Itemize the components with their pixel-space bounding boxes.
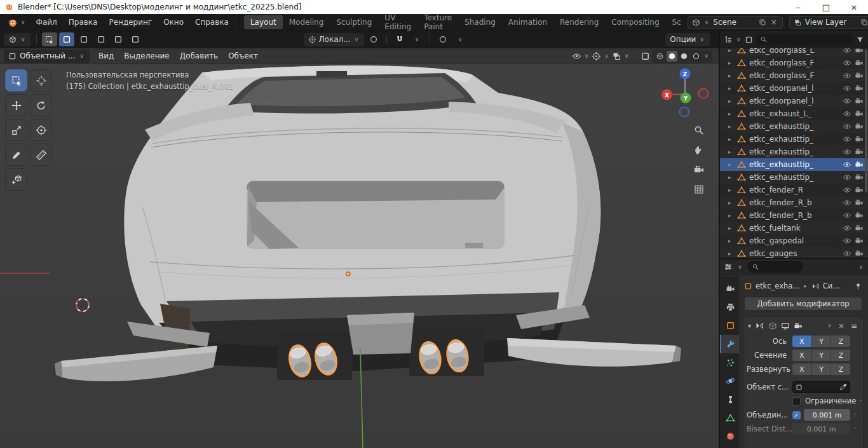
outliner-search-input[interactable] xyxy=(756,34,853,45)
outliner-item[interactable]: ▸ etkc_doorglass_L xyxy=(720,48,868,57)
axis-x-button[interactable]: X xyxy=(792,336,811,347)
cursor-tool[interactable] xyxy=(30,69,52,92)
outliner-item[interactable]: ▸ etkc_fender_R xyxy=(720,184,868,196)
viewport-menu-item[interactable]: Вид xyxy=(93,48,119,64)
eyedropper-icon[interactable] xyxy=(839,383,847,391)
shading-rendered-button[interactable] xyxy=(691,51,702,62)
hide-in-viewport-eye-icon[interactable] xyxy=(843,48,851,55)
maximize-button[interactable]: □ xyxy=(812,0,840,14)
bisect-y-button[interactable]: Y xyxy=(812,350,831,361)
disable-in-render-camera-icon[interactable] xyxy=(855,48,864,55)
tab-physics[interactable] xyxy=(720,372,739,390)
outliner-item[interactable]: ▸ etkc_doorpanel_l xyxy=(720,95,868,107)
display-mode-icon[interactable] xyxy=(745,36,753,44)
mirror-object-field[interactable] xyxy=(792,381,850,393)
rotate-tool[interactable] xyxy=(30,94,52,116)
hide-in-viewport-eye-icon[interactable] xyxy=(843,58,851,67)
hide-in-viewport-eye-icon[interactable] xyxy=(843,224,851,233)
tab-object[interactable] xyxy=(720,316,739,335)
editor-type-selector[interactable]: ∨ xyxy=(4,33,31,46)
shading-solid-button[interactable] xyxy=(667,51,677,62)
active-tool-icon[interactable] xyxy=(42,32,57,46)
breadcrumb-object-name[interactable]: etkc_exha... xyxy=(756,282,799,290)
menu-item[interactable]: Справка xyxy=(189,14,234,31)
tab-modifiers[interactable] xyxy=(720,335,739,353)
hide-in-viewport-eye-icon[interactable] xyxy=(843,97,851,105)
hide-in-viewport-eye-icon[interactable] xyxy=(843,122,851,131)
hide-in-viewport-eye-icon[interactable] xyxy=(843,71,851,80)
navigation-gizmo[interactable]: Z X Y xyxy=(661,67,709,117)
select-mode-extend-button[interactable] xyxy=(76,32,92,46)
disclosure-triangle-icon[interactable]: ▸ xyxy=(728,238,734,244)
scene-selector[interactable]: ∨ Scene × xyxy=(688,16,783,29)
measure-tool[interactable] xyxy=(30,144,52,166)
outliner-item[interactable]: ▸ etkc_exhausttip_ xyxy=(720,171,868,184)
unlink-scene-icon[interactable]: × xyxy=(770,18,778,26)
breadcrumb-modifier-name[interactable]: Си... xyxy=(823,282,839,290)
disable-in-render-camera-icon[interactable] xyxy=(855,211,864,220)
disable-in-render-camera-icon[interactable] xyxy=(855,224,864,233)
outliner-item[interactable]: ▸ etkc_gauges xyxy=(720,247,868,258)
bisect-distance-field[interactable]: 0.001 m xyxy=(792,423,850,435)
new-view-layer-icon[interactable] xyxy=(860,18,868,26)
edit-mode-toggle-icon[interactable] xyxy=(768,322,777,330)
outliner-item[interactable]: ▸ etkc_doorglass_F xyxy=(720,69,868,82)
flip-x-button[interactable]: X xyxy=(792,363,811,375)
disclosure-triangle-icon[interactable]: ▸ xyxy=(728,123,734,130)
hide-in-viewport-eye-icon[interactable] xyxy=(843,135,851,144)
select-mode-intersect-button[interactable] xyxy=(128,32,143,46)
viewport-menu-item[interactable]: Объект xyxy=(223,48,263,64)
disclosure-triangle-icon[interactable]: ▸ xyxy=(728,60,734,66)
shading-wireframe-button[interactable] xyxy=(654,51,665,62)
workspace-tab[interactable]: Compositing xyxy=(605,15,665,29)
transform-tool[interactable] xyxy=(30,119,52,141)
mode-selector[interactable]: Объектный ... ∨ xyxy=(4,50,90,63)
tab-object-data[interactable] xyxy=(720,409,739,427)
workspace-tab[interactable]: Rendering xyxy=(553,15,605,29)
disclosure-triangle-icon[interactable]: ▸ xyxy=(728,200,734,206)
options-dropdown[interactable]: Опции ∨ xyxy=(665,33,710,46)
merge-checkbox[interactable]: ✓ xyxy=(792,411,801,419)
add-cube-tool[interactable] xyxy=(5,168,27,191)
menu-item[interactable]: Правка xyxy=(63,14,104,31)
menu-item[interactable]: Окно xyxy=(158,14,189,31)
merge-threshold-field[interactable]: 0.001 m xyxy=(804,409,850,421)
minimize-button[interactable]: – xyxy=(784,0,812,14)
outliner-item[interactable]: ▸ etkc_exhausttip_ xyxy=(720,120,868,133)
bisect-x-button[interactable]: X xyxy=(792,350,811,361)
pan-hand-icon[interactable] xyxy=(693,144,705,156)
gizmo-minus-z-ball[interactable] xyxy=(680,107,689,117)
disable-in-render-camera-icon[interactable] xyxy=(855,186,864,194)
scale-tool[interactable] xyxy=(5,119,27,141)
annotate-tool[interactable] xyxy=(5,144,27,166)
pin-icon[interactable] xyxy=(854,282,862,290)
disable-in-render-camera-icon[interactable] xyxy=(855,84,864,93)
disable-in-render-camera-icon[interactable] xyxy=(855,198,864,207)
toggle-ortho-grid-icon[interactable] xyxy=(693,184,705,195)
outliner-item[interactable]: ▸ etkc_fender_R_b xyxy=(720,209,868,222)
axis-y-button[interactable]: Y xyxy=(812,336,831,347)
close-button[interactable]: × xyxy=(840,0,868,14)
animate-dot[interactable]: · xyxy=(850,424,860,433)
tab-material[interactable] xyxy=(720,427,739,445)
disclosure-triangle-icon[interactable]: ▸ xyxy=(728,187,734,193)
gizmo-x-label[interactable]: X xyxy=(665,92,669,98)
disable-in-render-camera-icon[interactable] xyxy=(855,135,864,144)
outliner-item[interactable]: ▸ etkc_doorglass_F xyxy=(720,57,868,69)
realtime-display-toggle-icon[interactable] xyxy=(781,322,790,330)
disclosure-triangle-icon[interactable]: ▸ xyxy=(728,161,734,168)
select-mode-new-button[interactable] xyxy=(59,32,74,46)
outliner-editor-icon[interactable] xyxy=(724,35,733,44)
disclosure-triangle-icon[interactable]: ▸ xyxy=(728,174,734,180)
select-mode-subtract-button[interactable] xyxy=(93,32,109,46)
outliner-item[interactable]: ▸ etkc_exhaust_L_ xyxy=(720,107,868,120)
visibility-eye-icon[interactable] xyxy=(572,51,581,61)
snap-toggle[interactable] xyxy=(392,32,407,46)
outliner-item[interactable]: ▸ etkc_exhausttip_ xyxy=(720,158,868,171)
zoom-icon[interactable] xyxy=(693,125,705,136)
workspace-tab[interactable]: Layout xyxy=(244,15,283,29)
hide-in-viewport-eye-icon[interactable] xyxy=(843,211,851,220)
disclosure-triangle-icon[interactable]: ▸ xyxy=(728,48,734,53)
snap-settings-dropdown[interactable]: ∨ xyxy=(409,32,424,46)
viewport-menu-item[interactable]: Добавить xyxy=(175,48,223,64)
